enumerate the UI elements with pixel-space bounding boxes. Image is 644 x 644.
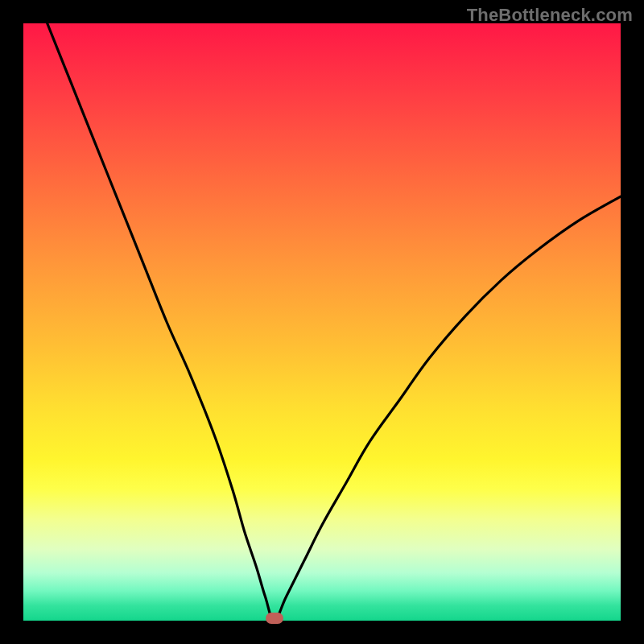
curve-minimum-marker bbox=[266, 613, 283, 624]
bottleneck-curve bbox=[23, 23, 621, 621]
plot-area bbox=[23, 23, 621, 621]
watermark-text: TheBottleneck.com bbox=[467, 5, 633, 26]
chart-frame: TheBottleneck.com bbox=[0, 0, 644, 644]
